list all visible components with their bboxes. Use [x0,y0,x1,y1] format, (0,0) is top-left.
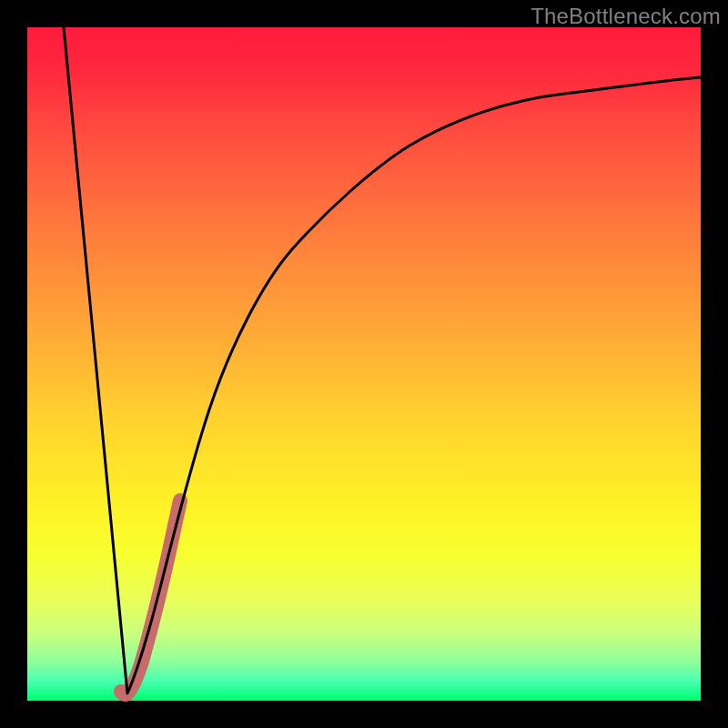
chart-svg [27,27,701,701]
watermark-text: TheBottleneck.com [531,4,721,29]
chart-frame: TheBottleneck.com [0,0,728,728]
highlight-segment [121,500,180,694]
bottleneck-curve [64,27,701,693]
